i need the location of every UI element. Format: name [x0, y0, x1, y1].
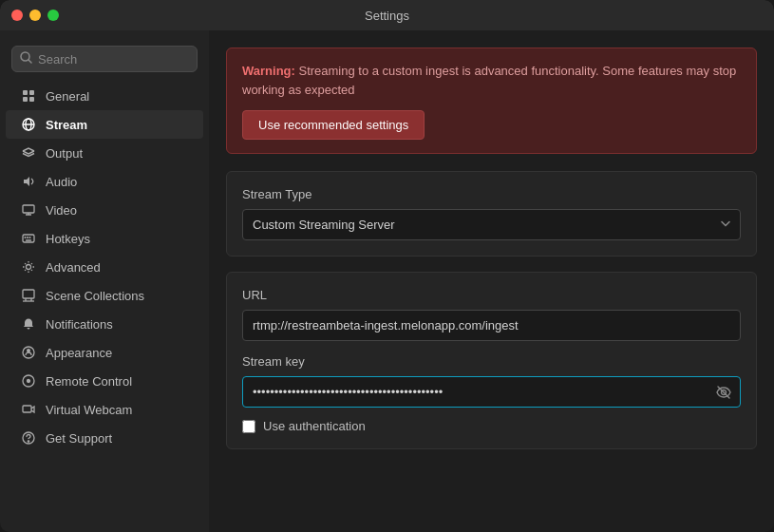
sidebar-label-output: Output — [46, 146, 83, 161]
svg-rect-5 — [29, 97, 34, 102]
maximize-button[interactable] — [47, 10, 59, 21]
help-icon — [21, 430, 36, 446]
warning-banner: Warning: Streaming to a custom ingest is… — [226, 48, 757, 154]
gear-icon — [21, 259, 36, 275]
webcam-icon — [21, 402, 36, 417]
sidebar-item-scene-collections[interactable]: Scene Collections — [6, 281, 203, 310]
sidebar-item-output[interactable]: Output — [6, 139, 203, 167]
stream-type-select[interactable]: Custom Streaming Server Streaming Servic… — [242, 209, 741, 240]
sidebar-item-get-support[interactable]: Get Support — [6, 424, 203, 452]
stream-type-section: Stream Type Custom Streaming Server Stre… — [226, 171, 757, 256]
url-label: URL — [242, 288, 741, 302]
grid-icon — [21, 88, 36, 104]
svg-rect-9 — [23, 205, 34, 213]
svg-rect-12 — [23, 235, 34, 242]
svg-rect-4 — [23, 97, 28, 102]
remote-icon — [21, 373, 36, 389]
sidebar-item-video[interactable]: Video — [6, 196, 203, 224]
stream-type-select-wrapper: Custom Streaming Server Streaming Servic… — [242, 209, 741, 240]
url-input[interactable] — [242, 310, 741, 341]
svg-point-23 — [28, 350, 30, 352]
sidebar-item-hotkeys[interactable]: Hotkeys — [6, 224, 203, 253]
sidebar-label-appearance: Appearance — [46, 346, 112, 360]
sidebar-label-general: General — [46, 89, 89, 104]
svg-rect-26 — [23, 406, 31, 412]
title-bar: Settings — [0, 0, 774, 30]
use-auth-row: Use authentication — [242, 419, 741, 433]
bell-icon — [21, 316, 36, 332]
stream-key-input[interactable] — [242, 376, 741, 408]
sidebar-item-remote-control[interactable]: Remote Control — [6, 367, 203, 395]
globe-icon — [21, 117, 36, 132]
toggle-visibility-button[interactable] — [714, 383, 733, 402]
speaker-icon — [21, 174, 36, 189]
sidebar-label-notifications: Notifications — [46, 317, 113, 332]
sidebar-item-notifications[interactable]: Notifications — [6, 310, 203, 338]
warning-message: Streaming to a custom ingest is advanced… — [242, 64, 736, 97]
sidebar-label-remote-control: Remote Control — [46, 374, 132, 389]
content-area: Warning: Streaming to a custom ingest is… — [209, 30, 774, 532]
svg-rect-2 — [23, 90, 28, 95]
minimize-button[interactable] — [29, 10, 41, 21]
appearance-icon — [21, 345, 36, 360]
stream-type-label: Stream Type — [242, 187, 741, 201]
sidebar-label-virtual-webcam: Virtual Webcam — [46, 403, 132, 417]
use-authentication-label: Use authentication — [263, 419, 366, 433]
sidebar-label-audio: Audio — [46, 175, 77, 189]
svg-line-1 — [28, 60, 31, 63]
sidebar-item-virtual-webcam[interactable]: Virtual Webcam — [6, 395, 203, 424]
sidebar-item-advanced[interactable]: Advanced — [6, 253, 203, 281]
stream-key-wrapper — [242, 376, 741, 408]
sidebar-label-video: Video — [46, 203, 77, 218]
use-recommended-button[interactable]: Use recommended settings — [242, 110, 425, 140]
monitor-icon — [21, 202, 36, 218]
svg-point-17 — [27, 265, 31, 270]
layers-icon — [21, 145, 36, 161]
warning-text: Warning: Streaming to a custom ingest is… — [242, 62, 741, 99]
sidebar-item-general[interactable]: General — [6, 82, 203, 110]
search-input[interactable] — [38, 52, 189, 66]
svg-point-25 — [28, 380, 30, 383]
search-container — [0, 40, 209, 82]
sidebar-label-hotkeys: Hotkeys — [46, 232, 90, 246]
url-streamkey-section: URL Stream key Use authentication — [226, 272, 757, 449]
sidebar-label-scene-collections: Scene Collections — [46, 289, 144, 303]
search-icon — [20, 51, 32, 66]
sidebar: General Stream Output — [0, 30, 209, 532]
window-controls — [11, 10, 59, 21]
svg-rect-3 — [29, 90, 34, 95]
sidebar-label-advanced: Advanced — [46, 260, 101, 275]
stream-key-label: Stream key — [242, 354, 741, 369]
search-box[interactable] — [11, 46, 198, 72]
svg-rect-18 — [23, 290, 34, 298]
scenes-icon — [21, 288, 36, 303]
sidebar-label-stream: Stream — [46, 118, 87, 132]
main-layout: General Stream Output — [0, 30, 774, 532]
sidebar-item-stream[interactable]: Stream — [6, 110, 203, 139]
warning-bold: Warning: — [242, 64, 295, 78]
sidebar-item-appearance[interactable]: Appearance — [6, 338, 203, 367]
svg-point-28 — [28, 441, 28, 442]
sidebar-item-audio[interactable]: Audio — [6, 167, 203, 196]
hotkeys-icon — [21, 231, 36, 246]
close-button[interactable] — [11, 10, 23, 21]
window-title: Settings — [365, 9, 409, 23]
use-authentication-checkbox[interactable] — [242, 420, 255, 433]
sidebar-label-get-support: Get Support — [46, 431, 112, 446]
